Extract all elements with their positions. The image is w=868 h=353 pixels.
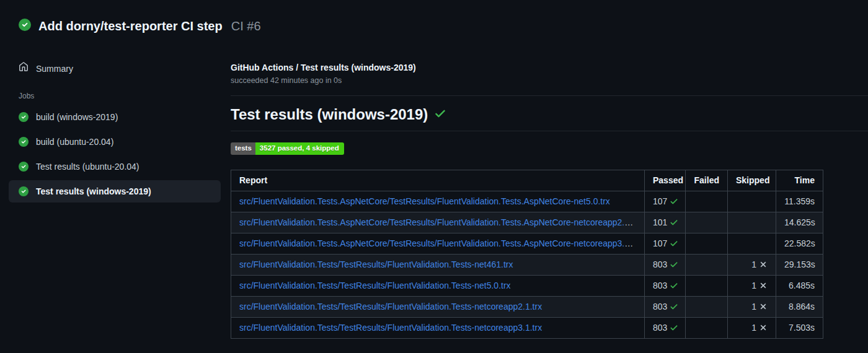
table-row: src/FluentValidation.Tests.AspNetCore/Te…	[231, 212, 823, 233]
skipped-count: 1	[751, 302, 756, 312]
check-circle-icon	[19, 137, 29, 147]
home-icon	[19, 62, 29, 72]
skipped-count: 1	[751, 281, 756, 290]
check-circle-icon	[19, 112, 29, 122]
report-cell: src/FluentValidation.Tests/TestResults/F…	[231, 276, 645, 297]
time-cell: 8.864s	[776, 297, 823, 318]
check-circle-icon	[19, 162, 29, 172]
passed-cell: 803	[645, 297, 686, 318]
sidebar-summary-label: Summary	[36, 63, 73, 75]
check-status-text: succeeded 42 minutes ago in 0s	[231, 76, 868, 85]
table-row: src/FluentValidation.Tests/TestResults/F…	[231, 297, 823, 318]
passed-count: 101	[653, 217, 667, 227]
report-cell: src/FluentValidation.Tests.AspNetCore/Te…	[231, 191, 645, 212]
check-icon	[670, 302, 678, 311]
run-number: CI #6	[231, 19, 261, 33]
x-icon	[759, 323, 768, 332]
passed-cell: 803	[645, 276, 686, 297]
time-cell: 22.582s	[776, 233, 823, 255]
section-title: Test results (windows-2019)	[231, 105, 428, 124]
column-header-report: Report	[231, 170, 645, 191]
report-link[interactable]: src/FluentValidation.Tests.AspNetCore/Te…	[239, 217, 641, 227]
check-name: GitHub Actions / Test results (windows-2…	[231, 62, 868, 73]
section-check-icon-slot	[434, 107, 446, 122]
time-cell: 14.625s	[776, 212, 823, 233]
passed-cell: 107	[645, 233, 686, 255]
failed-cell	[686, 255, 728, 276]
passed-count: 803	[653, 323, 667, 333]
sidebar-job-2[interactable]: build (ubuntu-20.04)	[9, 131, 221, 153]
sidebar-job-4[interactable]: Test results (windows-2019)	[9, 180, 221, 203]
passed-count: 803	[653, 302, 667, 312]
section-heading: Test results (windows-2019)	[231, 105, 868, 131]
sidebar-item-summary[interactable]: Summary	[9, 57, 221, 80]
sidebar-jobs-heading: Jobs	[19, 91, 231, 101]
report-link[interactable]: src/FluentValidation.Tests/TestResults/F…	[239, 259, 513, 269]
passed-cell: 803	[645, 318, 686, 339]
check-circle-icon	[19, 19, 31, 31]
tests-badge-label: tests	[231, 142, 255, 155]
column-header-passed: Passed	[645, 170, 686, 191]
passed-count: 107	[653, 196, 667, 206]
skipped-count: 1	[751, 259, 756, 269]
skipped-cell	[728, 233, 776, 255]
sidebar-jobs: build (windows-2019)build (ubuntu-20.04)…	[0, 106, 231, 203]
home-icon-slot	[19, 62, 29, 75]
passed-count: 803	[653, 259, 667, 269]
sidebar-job-label: build (ubuntu-20.04)	[36, 136, 113, 148]
report-link[interactable]: src/FluentValidation.Tests.AspNetCore/Te…	[239, 196, 610, 206]
run-title: Add dorny/test-reporter CI step	[38, 19, 223, 33]
table-row: src/FluentValidation.Tests/TestResults/F…	[231, 276, 823, 297]
table-row: src/FluentValidation.Tests/TestResults/F…	[231, 255, 823, 276]
skipped-cell: 1	[728, 255, 776, 276]
time-cell: 6.485s	[776, 276, 823, 297]
table-row: src/FluentValidation.Tests/TestResults/F…	[231, 318, 823, 339]
report-cell: src/FluentValidation.Tests/TestResults/F…	[231, 318, 645, 339]
sidebar-job-3[interactable]: Test results (ubuntu-20.04)	[9, 155, 221, 178]
column-header-failed: Failed	[686, 170, 728, 191]
skipped-cell: 1	[728, 297, 776, 318]
passed-count: 107	[653, 238, 667, 248]
failed-cell	[686, 212, 728, 233]
table-row: src/FluentValidation.Tests.AspNetCore/Te…	[231, 233, 823, 255]
check-icon	[670, 218, 678, 227]
x-icon	[759, 260, 768, 269]
report-cell: src/FluentValidation.Tests/TestResults/F…	[231, 255, 645, 276]
table-row: src/FluentValidation.Tests.AspNetCore/Te…	[231, 191, 823, 212]
table-header-row: Report Passed Failed Skipped Time	[231, 170, 823, 191]
x-icon	[759, 281, 768, 290]
sidebar-job-label: Test results (windows-2019)	[36, 185, 151, 198]
run-status-icon-slot	[19, 19, 31, 33]
report-link[interactable]: src/FluentValidation.Tests.AspNetCore/Te…	[239, 238, 641, 248]
skipped-cell: 1	[728, 276, 776, 297]
column-header-skipped: Skipped	[728, 170, 776, 191]
workflow-run-page: Add dorny/test-reporter CI step CI #6 Su…	[0, 0, 868, 353]
tests-badge-value: 3527 passed, 4 skipped	[255, 142, 344, 155]
run-header: Add dorny/test-reporter CI step CI #6	[0, 0, 868, 33]
report-link[interactable]: src/FluentValidation.Tests/TestResults/F…	[239, 323, 542, 333]
skipped-count: 1	[751, 323, 756, 333]
column-header-time: Time	[776, 170, 823, 191]
main-panel: GitHub Actions / Test results (windows-2…	[231, 57, 868, 339]
time-cell: 29.153s	[776, 255, 823, 276]
failed-cell	[686, 191, 728, 212]
check-icon	[434, 107, 446, 120]
check-header: GitHub Actions / Test results (windows-2…	[231, 62, 868, 96]
report-link[interactable]: src/FluentValidation.Tests/TestResults/F…	[239, 281, 511, 290]
sidebar-job-1[interactable]: build (windows-2019)	[9, 106, 221, 128]
passed-cell: 803	[645, 255, 686, 276]
skipped-cell: 1	[728, 318, 776, 339]
sidebar: Summary Jobs build (windows-2019)build (…	[0, 57, 231, 205]
sidebar-job-label: build (windows-2019)	[36, 111, 118, 123]
passed-cell: 107	[645, 191, 686, 212]
report-cell: src/FluentValidation.Tests/TestResults/F…	[231, 297, 645, 318]
tests-badge: tests 3527 passed, 4 skipped	[231, 142, 344, 155]
time-cell: 7.503s	[776, 318, 823, 339]
check-icon	[670, 281, 678, 290]
time-cell: 11.359s	[776, 191, 823, 212]
failed-cell	[686, 276, 728, 297]
failed-cell	[686, 233, 728, 255]
report-link[interactable]: src/FluentValidation.Tests/TestResults/F…	[239, 302, 542, 312]
sidebar-job-label: Test results (ubuntu-20.04)	[36, 160, 140, 173]
skipped-cell	[728, 191, 776, 212]
